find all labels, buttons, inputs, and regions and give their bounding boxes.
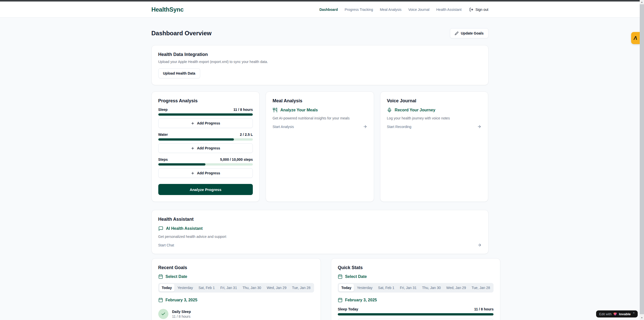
log-out-icon — [469, 8, 473, 12]
analyze-your-meals-link[interactable]: Analyze Your Meals — [272, 108, 367, 113]
nav-link-meal-analysis[interactable]: Meal Analysis — [380, 8, 402, 12]
site-header: HealthSync Dashboard Progress Tracking M… — [0, 2, 640, 18]
ai-health-assistant-link[interactable]: AI Health Assistant — [158, 226, 482, 231]
page-title: Dashboard Overview — [151, 30, 212, 37]
date-tab-today[interactable]: Today — [339, 284, 354, 292]
update-goals-button[interactable]: Update Goals — [450, 28, 488, 38]
date-tab-fri-jan-31[interactable]: Fri, Jan 31 — [218, 284, 239, 292]
date-tab-wed-jan-29[interactable]: Wed, Jan 29 — [264, 284, 289, 292]
steps-progress-bar — [158, 163, 253, 166]
calendar-icon — [158, 274, 163, 279]
card-description: Get personalized health advice and suppo… — [158, 235, 482, 239]
metric-water: Water 2 / 2.5 L Add Progress — [158, 133, 253, 153]
analyze-progress-button[interactable]: Analyze Progress — [158, 184, 253, 195]
close-icon[interactable]: × — [633, 311, 635, 315]
arrow-right-icon — [363, 124, 367, 129]
date-tab-yesterday[interactable]: Yesterday — [175, 284, 196, 292]
quick-stats-card: Quick Stats Select Date Today Yesterday … — [331, 258, 500, 320]
calendar-icon — [338, 298, 343, 302]
add-progress-button-steps[interactable]: Add Progress — [158, 168, 253, 178]
metric-label: Sleep — [158, 108, 168, 112]
sign-out-button[interactable]: Sign out — [469, 8, 488, 12]
sleep-today-progress-bar — [338, 313, 494, 315]
record-your-journey-link[interactable]: Record Your Journey — [387, 108, 482, 113]
add-progress-button-water[interactable]: Add Progress — [158, 143, 253, 153]
start-analysis-label: Start Analysis — [272, 125, 294, 129]
stat-label: Sleep Today — [338, 307, 358, 311]
card-description: Get AI-powered nutritional insights for … — [272, 116, 367, 120]
add-progress-button-sleep[interactable]: Add Progress — [158, 118, 253, 128]
card-title: Health Data Integration — [158, 52, 482, 57]
card-description: Upload your Apple Health export (export.… — [158, 60, 482, 64]
card-title: Health Assistant — [158, 217, 482, 222]
upload-health-data-label: Upload Health Data — [163, 71, 195, 75]
date-tab-sat-feb-1[interactable]: Sat, Feb 1 — [376, 284, 397, 292]
metric-label: Water — [158, 133, 168, 137]
page-scrollbar[interactable]: ▲ ▼ — [640, 0, 644, 320]
select-date-link[interactable]: Select Date — [338, 274, 494, 279]
date-tabbar: Today Yesterday Sat, Feb 1 Fri, Jan 31 T… — [158, 283, 314, 293]
metric-steps: Steps 5,000 / 10,000 steps Add Progress — [158, 157, 253, 178]
stat-value: 11 / 8 hours — [474, 307, 494, 311]
date-tab-today[interactable]: Today — [159, 284, 174, 292]
utensils-icon — [272, 108, 278, 113]
lovable-logo-icon: Λ — [633, 35, 637, 41]
metric-sleep: Sleep 11 / 8 hours Add Progress — [158, 108, 253, 129]
card-title: Recent Goals — [158, 265, 314, 270]
plus-icon — [191, 171, 195, 175]
edit-with-lovable-badge[interactable]: Edit with lovable × — [596, 310, 638, 317]
nav-link-health-assistant[interactable]: Health Assistant — [436, 8, 462, 12]
lovable-brand-label: lovable — [619, 312, 631, 316]
scrollbar-thumb[interactable] — [640, 4, 644, 314]
scrollbar-up-arrow[interactable]: ▲ — [640, 0, 644, 4]
heart-icon — [613, 312, 617, 316]
plus-icon — [191, 146, 195, 150]
plus-icon — [191, 121, 195, 125]
add-progress-button[interactable]: Add Progress — [338, 319, 494, 320]
card-title: Quick Stats — [338, 265, 494, 270]
lovable-side-tab[interactable]: Λ — [631, 32, 640, 44]
date-tab-tue-jan-28[interactable]: Tue, Jan 28 — [469, 284, 493, 292]
select-date-link[interactable]: Select Date — [158, 274, 314, 279]
date-tab-yesterday[interactable]: Yesterday — [354, 284, 375, 292]
update-goals-label: Update Goals — [461, 31, 483, 35]
scrollbar-down-arrow[interactable]: ▼ — [640, 316, 644, 320]
metric-label: Steps — [158, 157, 168, 162]
calendar-icon — [158, 298, 163, 302]
voice-journal-card: Voice Journal Record Your Journey Log yo… — [380, 91, 488, 202]
calendar-icon — [338, 274, 343, 279]
card-title: Progress Analysis — [158, 98, 253, 104]
card-title: Meal Analysis — [272, 98, 367, 104]
card-title: Voice Journal — [387, 98, 482, 104]
sign-out-label: Sign out — [475, 8, 488, 12]
selected-date[interactable]: February 3, 2025 — [158, 298, 314, 302]
select-date-label: Select Date — [166, 274, 187, 279]
selected-date[interactable]: February 3, 2025 — [338, 298, 494, 302]
start-analysis-row[interactable]: Start Analysis — [272, 124, 367, 129]
nav-link-dashboard[interactable]: Dashboard — [319, 8, 338, 12]
nav-link-progress-tracking[interactable]: Progress Tracking — [345, 8, 373, 12]
main-content: Dashboard Overview Update Goals Health D… — [0, 18, 640, 320]
date-tab-fri-jan-31[interactable]: Fri, Jan 31 — [397, 284, 419, 292]
upload-health-data-button[interactable]: Upload Health Data — [158, 68, 200, 78]
health-assistant-card: Health Assistant AI Health Assistant Get… — [151, 210, 488, 254]
date-tab-tue-jan-28[interactable]: Tue, Jan 28 — [289, 284, 313, 292]
date-tab-sat-feb-1[interactable]: Sat, Feb 1 — [196, 284, 217, 292]
app-logo: HealthSync — [151, 6, 184, 13]
start-chat-row[interactable]: Start Chat — [158, 243, 482, 247]
water-progress-bar — [158, 138, 253, 141]
start-recording-row[interactable]: Start Recording — [387, 124, 482, 129]
select-date-label: Select Date — [345, 274, 367, 279]
goal-name: Daily Sleep — [172, 310, 191, 314]
sleep-progress-bar — [158, 113, 253, 116]
ai-health-assistant-label: AI Health Assistant — [166, 226, 203, 231]
start-chat-label: Start Chat — [158, 243, 174, 247]
add-progress-label: Add Progress — [197, 121, 220, 125]
metric-value: 5,000 / 10,000 steps — [220, 157, 253, 162]
metric-value: 11 / 8 hours — [233, 108, 253, 112]
date-tab-thu-jan-30[interactable]: Thu, Jan 30 — [240, 284, 264, 292]
app-viewport: HealthSync Dashboard Progress Tracking M… — [0, 0, 640, 320]
date-tab-thu-jan-30[interactable]: Thu, Jan 30 — [420, 284, 443, 292]
nav-link-voice-journal[interactable]: Voice Journal — [408, 8, 430, 12]
date-tab-wed-jan-29[interactable]: Wed, Jan 29 — [444, 284, 469, 292]
